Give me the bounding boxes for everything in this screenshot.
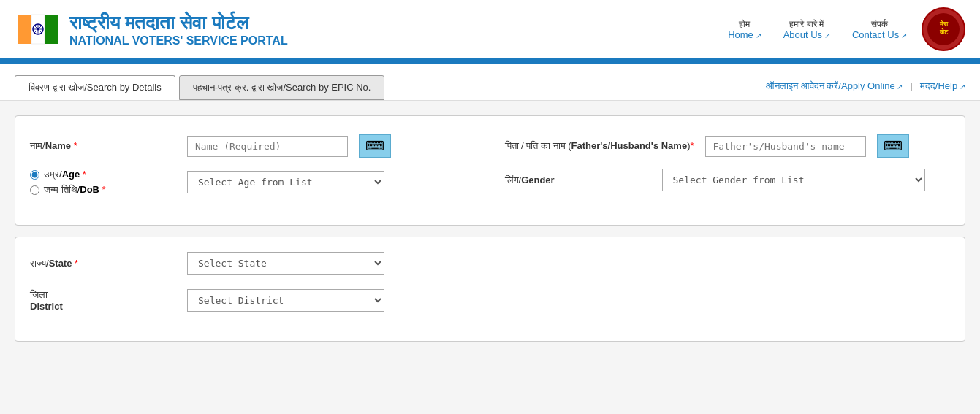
father-keyboard-button[interactable]: ⌨: [877, 134, 909, 158]
tab-section: विवरण द्वारा खोज/Search by Details पहचान…: [0, 64, 980, 101]
svg-rect-2: [45, 15, 58, 44]
gender-label-english: Gender: [521, 175, 555, 185]
nav-contact[interactable]: संपर्क Contact Us: [852, 19, 907, 40]
gender-select[interactable]: Select Gender from List Male Female Othe…: [662, 169, 925, 191]
nav-about[interactable]: हमारे बारे में About Us: [783, 19, 830, 40]
father-label-english: Father's/Husband's Name: [571, 140, 688, 151]
header-right: होम Home हमारे बारे में About Us संपर्क …: [728, 7, 965, 51]
tabs-container: विवरण द्वारा खोज/Search by Details पहचान…: [15, 75, 384, 100]
name-group: नाम/Name * ⌨: [30, 134, 476, 158]
father-name-input[interactable]: [705, 136, 866, 157]
name-father-row: नाम/Name * ⌨ पिता / पति का नाम (Father's…: [30, 134, 950, 158]
nav-about-hindi: हमारे बारे में: [783, 19, 830, 29]
gender-label: लिंग/Gender: [505, 175, 651, 186]
dob-radio-label: जन्म तिथि/DoB *: [44, 184, 106, 196]
name-label: नाम/Name *: [30, 140, 176, 152]
help-link[interactable]: मदद/Help: [920, 80, 965, 92]
age-radio[interactable]: [30, 170, 39, 180]
nav-contact-english: Contact Us: [852, 29, 907, 40]
portal-english-title: NATIONAL VOTERS' SERVICE PORTAL: [69, 34, 288, 47]
district-row: जिला District Select District: [30, 289, 950, 312]
age-select[interactable]: Select Age from List 18 19 20 21 25 30 3…: [187, 171, 384, 193]
father-group: पिता / पति का नाम (Father's/Husband's Na…: [505, 134, 951, 158]
tab-search-by-epic[interactable]: पहचान-पत्र क्र. द्वारा खोज/Search by EPI…: [179, 75, 385, 100]
district-select[interactable]: Select District: [187, 289, 384, 312]
age-gender-row: उम्र/Age * जन्म तिथि/DoB * Select Age fr…: [30, 169, 950, 196]
age-dob-radio-group: उम्र/Age * जन्म तिथि/DoB *: [30, 169, 176, 196]
dob-radio-item[interactable]: जन्म तिथि/DoB *: [30, 184, 176, 196]
name-label-english: Name: [45, 140, 71, 151]
maha-logo-icon: मेरा वोट: [922, 7, 965, 51]
name-required: *: [74, 140, 77, 151]
father-label: पिता / पति का नाम (Father's/Husband's Na…: [505, 140, 694, 152]
gender-label-hindi: लिंग: [505, 175, 519, 185]
portal-title: राष्ट्रीय मतदाता सेवा पोर्टल NATIONAL VO…: [69, 12, 288, 47]
tab-actions: ऑनलाइन आवेदन करें/Apply Online | मदद/Hel…: [766, 80, 965, 96]
name-label-hindi: नाम: [30, 140, 42, 151]
dob-radio[interactable]: [30, 185, 39, 195]
svg-text:वोट: वोट: [939, 28, 949, 36]
nav-menu: होम Home हमारे बारे में About Us संपर्क …: [728, 19, 907, 40]
state-select[interactable]: Select State: [187, 252, 384, 275]
father-required: *: [690, 140, 694, 151]
state-required: *: [75, 258, 78, 269]
main-content: नाम/Name * ⌨ पिता / पति का नाम (Father's…: [0, 101, 980, 367]
age-group: उम्र/Age * जन्म तिथि/DoB * Select Age fr…: [30, 169, 476, 196]
nav-home-hindi: होम: [728, 19, 761, 29]
district-label-english: District: [30, 301, 63, 312]
tab-search-by-details[interactable]: विवरण द्वारा खोज/Search by Details: [15, 75, 175, 100]
state-district-section: राज्य/State * Select State जिला District…: [15, 237, 965, 342]
state-row: राज्य/State * Select State: [30, 252, 950, 275]
father-label-hindi: पिता / पति का नाम: [505, 140, 566, 151]
portal-hindi-title: राष्ट्रीय मतदाता सेवा पोर्टल: [69, 12, 288, 34]
gender-group: लिंग/Gender Select Gender from List Male…: [505, 169, 951, 191]
state-label-english: State: [49, 258, 72, 269]
state-label: राज्य/State *: [30, 258, 176, 269]
state-label-hindi: राज्य: [30, 258, 46, 269]
pipe-divider: |: [910, 80, 912, 91]
name-section: नाम/Name * ⌨ पिता / पति का नाम (Father's…: [15, 115, 965, 226]
nav-home-english: Home: [728, 29, 761, 40]
svg-rect-0: [18, 15, 31, 44]
svg-text:मेरा: मेरा: [939, 20, 949, 28]
header: राष्ट्रीय मतदाता सेवा पोर्टल NATIONAL VO…: [0, 0, 980, 61]
age-radio-label: उम्र/Age *: [44, 169, 86, 180]
eci-logo-icon: [15, 7, 58, 51]
district-label: जिला District: [30, 289, 176, 312]
name-input[interactable]: [187, 136, 348, 157]
nav-home[interactable]: होम Home: [728, 19, 761, 40]
district-label-hindi: जिला: [30, 289, 48, 300]
logo-area: राष्ट्रीय मतदाता सेवा पोर्टल NATIONAL VO…: [15, 7, 288, 51]
name-keyboard-button[interactable]: ⌨: [359, 134, 391, 158]
nav-about-english: About Us: [783, 29, 830, 40]
apply-online-link[interactable]: ऑनलाइन आवेदन करें/Apply Online: [766, 80, 903, 92]
nav-contact-hindi: संपर्क: [852, 19, 907, 29]
age-radio-item[interactable]: उम्र/Age *: [30, 169, 176, 180]
